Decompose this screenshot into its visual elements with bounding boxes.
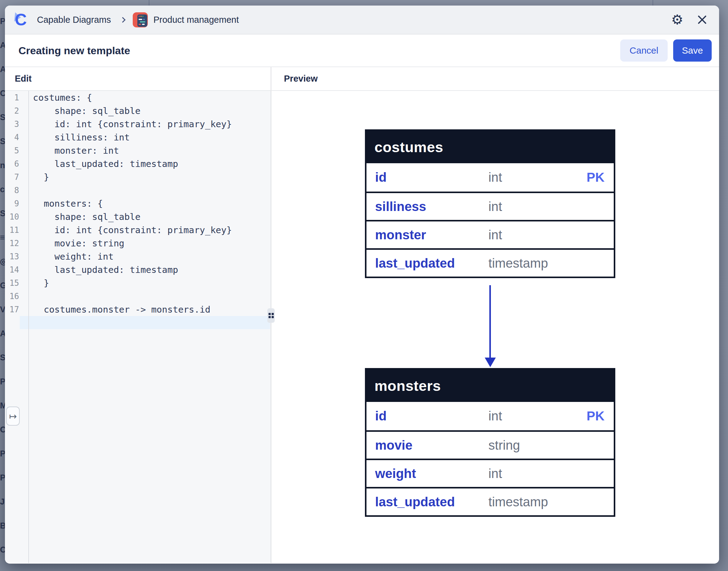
- column-name: silliness: [375, 199, 488, 214]
- line-number: 9: [5, 199, 19, 208]
- background-sidebar-item: ◎: [0, 249, 5, 273]
- column-type: int: [488, 170, 587, 185]
- code-line: 8: [5, 184, 271, 197]
- line-number: 2: [5, 106, 19, 115]
- code-text: monsters: {: [33, 198, 103, 209]
- background-sidebar-item: nc: [0, 153, 5, 178]
- background-sidebar-item: Ar: [0, 322, 5, 346]
- table-title: costumes: [366, 131, 614, 163]
- code-line: 14 last_updated: timestamp: [5, 263, 271, 276]
- table-row: monster int: [366, 220, 614, 248]
- drag-dots-icon: [268, 313, 274, 318]
- background-sidebar-item: Ju: [0, 490, 5, 514]
- save-button[interactable]: Save: [673, 39, 712, 62]
- code-line: 17 costumes.monster -> monsters.id: [5, 303, 271, 316]
- code-line: 6 last_updated: timestamp: [5, 157, 271, 170]
- background-sidebar-item: Ar: [0, 57, 5, 81]
- primary-key-badge: PK: [587, 409, 605, 424]
- pane-headers: Edit Preview: [5, 67, 719, 91]
- column-type: int: [488, 199, 605, 214]
- table-row: last_updated timestamp: [366, 487, 614, 515]
- background-sidebar-item: Sp: [0, 105, 5, 129]
- product-management-icon: [133, 12, 148, 27]
- column-type: int: [488, 409, 587, 424]
- line-number: 4: [5, 133, 19, 142]
- code-text: }: [33, 278, 49, 288]
- code-line: 13 weight: int: [5, 250, 271, 263]
- column-name: id: [375, 409, 488, 424]
- cancel-button[interactable]: Cancel: [620, 39, 668, 62]
- background-sidebar-item: Vi: [0, 298, 5, 322]
- close-icon[interactable]: [697, 14, 707, 25]
- code-text: id: int {constraint: primary_key}: [33, 225, 232, 235]
- settings-gear-icon[interactable]: ⚙: [671, 13, 683, 26]
- code-text: id: int {constraint: primary_key}: [33, 119, 232, 129]
- background-sidebar-item: Pr: [0, 442, 5, 466]
- table-row: silliness int: [366, 192, 614, 220]
- expand-sidebar-button[interactable]: ↦: [6, 407, 20, 426]
- table-row: movie string: [366, 430, 614, 459]
- background-sidebar-item: Go: [0, 273, 5, 298]
- background-sidebar-item: Al: [0, 33, 5, 57]
- background-sidebar-item: By: [0, 514, 5, 538]
- line-number: 5: [5, 146, 19, 155]
- background-sidebar-item: Pr: [0, 9, 5, 33]
- background-sidebar-item: Se: [0, 201, 5, 225]
- column-type: timestamp: [488, 256, 605, 271]
- column-name: weight: [375, 466, 488, 481]
- sql-table-monsters: monsters id int PK movie string: [365, 368, 615, 517]
- column-name: monster: [375, 228, 488, 242]
- pane-resize-handle[interactable]: [267, 308, 275, 323]
- background-sidebar-item: Pr: [0, 466, 5, 490]
- code-editor[interactable]: 1 costumes: { 2 shape: sql_table 3 id: i…: [5, 91, 271, 563]
- table-row: id int PK: [366, 402, 614, 430]
- breadcrumb-page-name[interactable]: Product management: [153, 15, 239, 25]
- breadcrumb-bar: C Capable Diagrams Product management ⚙: [5, 6, 719, 34]
- line-number: 17: [5, 305, 19, 314]
- background-sidebar-fragments: Pr Al Ar Co Sp SH nc co Se ≡ ◎ Go Vi Ar …: [0, 9, 5, 562]
- line-number: 1: [5, 93, 19, 102]
- table-row: last_updated timestamp: [366, 248, 614, 276]
- code-line: 10 shape: sql_table: [5, 210, 271, 223]
- code-line: 16: [5, 290, 271, 303]
- background-sidebar-item: Pr: [0, 370, 5, 393]
- line-number: 15: [5, 278, 19, 288]
- code-text: shape: sql_table: [33, 106, 140, 116]
- code-text: weight: int: [33, 251, 114, 262]
- column-name: last_updated: [375, 256, 488, 271]
- relation-arrow-head: [485, 358, 496, 367]
- code-text: silliness: int: [33, 132, 130, 143]
- line-number: 12: [5, 239, 19, 248]
- relation-arrow-line: [489, 285, 491, 358]
- line-number: 6: [5, 159, 19, 168]
- line-number: 11: [5, 225, 19, 235]
- line-number: 3: [5, 119, 19, 129]
- active-line-highlight: [20, 316, 270, 329]
- background-sidebar-item: M: [0, 393, 5, 418]
- sql-table-costumes: costumes id int PK silliness int: [365, 129, 615, 278]
- code-text: last_updated: timestamp: [33, 264, 178, 275]
- code-line: 9 monsters: {: [5, 197, 271, 210]
- code-line: 7 }: [5, 170, 271, 184]
- code-line: 12 movie: string: [5, 237, 271, 250]
- line-number: 7: [5, 173, 19, 182]
- code-text: movie: string: [33, 238, 124, 248]
- code-text: costumes.monster -> monsters.id: [33, 304, 210, 315]
- background-divider: [149, 0, 149, 6]
- chevron-right-icon: [120, 17, 125, 22]
- breadcrumb-app-name[interactable]: Capable Diagrams: [37, 15, 111, 25]
- capable-diagrams-logo-icon: C: [14, 11, 29, 28]
- column-type: timestamp: [488, 495, 605, 509]
- column-name: last_updated: [375, 495, 488, 509]
- table-title: monsters: [366, 370, 614, 402]
- table-row: weight int: [366, 459, 614, 487]
- code-line: 1 costumes: {: [5, 91, 271, 104]
- column-type: int: [488, 466, 605, 481]
- title-bar: Creating new template Cancel Save: [5, 34, 719, 67]
- background-sidebar-item: Co: [0, 81, 5, 105]
- code-line: 4 silliness: int: [5, 131, 271, 144]
- line-number: 16: [5, 292, 19, 301]
- background-sidebar-item: Se: [0, 346, 5, 370]
- page-title: Creating new template: [18, 45, 130, 57]
- code-text: }: [33, 172, 49, 182]
